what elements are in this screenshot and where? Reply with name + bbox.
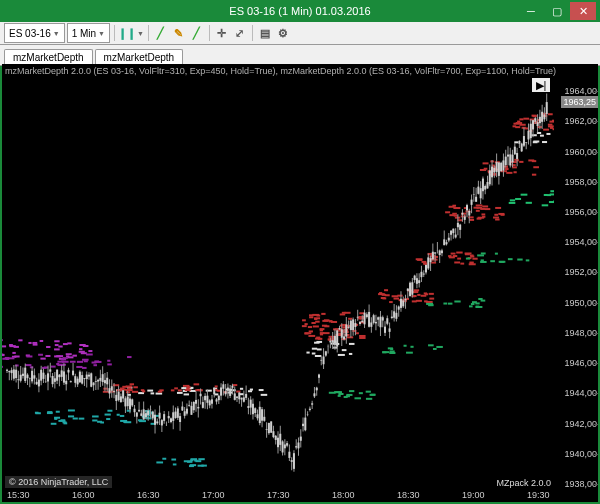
- svg-rect-410: [519, 161, 523, 163]
- main-toolbar: ES 03-16 ▼ 1 Min ▼ ❙❙ ▼ ╱ ✎ ╱ ✛ ⤢ ▤ ⚙: [0, 22, 600, 45]
- svg-rect-58: [26, 355, 32, 357]
- svg-rect-479: [476, 306, 480, 308]
- svg-rect-96: [68, 415, 74, 417]
- y-axis[interactable]: 1964,001962,001960,001958,001956,001954,…: [554, 76, 598, 484]
- svg-rect-64: [61, 358, 66, 360]
- svg-rect-167: [250, 389, 253, 391]
- y-tick-label: 1962,00: [557, 116, 597, 126]
- crosshair-icon[interactable]: ✛: [214, 25, 230, 41]
- svg-rect-190: [178, 389, 182, 391]
- draw-trend-icon[interactable]: ╱: [189, 25, 205, 41]
- svg-rect-25: [14, 355, 19, 357]
- svg-rect-101: [54, 417, 60, 419]
- svg-rect-305: [366, 391, 371, 393]
- svg-rect-328: [429, 298, 434, 300]
- svg-rect-480: [469, 305, 473, 307]
- svg-rect-117: [35, 412, 39, 414]
- svg-rect-278: [324, 325, 329, 327]
- svg-rect-493: [466, 258, 470, 260]
- x-tick-label: 19:00: [462, 490, 485, 500]
- svg-rect-86: [25, 364, 31, 366]
- svg-rect-313: [414, 289, 420, 291]
- svg-rect-120: [106, 418, 110, 420]
- svg-rect-508: [510, 199, 515, 201]
- svg-rect-52: [79, 351, 85, 353]
- svg-rect-49: [55, 344, 59, 346]
- svg-rect-297: [366, 398, 372, 400]
- draw-line-icon[interactable]: ╱: [153, 25, 169, 41]
- x-tick-label: 17:30: [267, 490, 290, 500]
- timeframe-value: 1 Min: [72, 28, 96, 39]
- svg-rect-371: [494, 214, 498, 216]
- svg-rect-306: [359, 392, 363, 394]
- svg-rect-125: [139, 420, 146, 422]
- svg-rect-236: [359, 337, 365, 339]
- svg-rect-53: [79, 344, 85, 346]
- svg-rect-350: [472, 258, 477, 260]
- svg-rect-132: [198, 458, 204, 460]
- zoom-icon[interactable]: ⤢: [232, 25, 248, 41]
- chevron-down-icon: ▼: [53, 30, 60, 37]
- svg-rect-495: [490, 260, 495, 262]
- svg-rect-50: [2, 339, 3, 341]
- chevron-down-icon[interactable]: ▼: [137, 30, 144, 37]
- tab-mzmarketdepth-2[interactable]: mzMarketDepth: [95, 49, 184, 65]
- svg-rect-78: [2, 358, 9, 360]
- y-tick-label: 1958,00: [557, 177, 597, 187]
- svg-rect-152: [177, 392, 183, 394]
- svg-rect-68: [15, 364, 19, 366]
- maximize-button[interactable]: ▢: [544, 2, 570, 20]
- svg-rect-425: [484, 168, 488, 170]
- window-title: ES 03-16 (1 Min) 01.03.2016: [0, 5, 600, 17]
- svg-rect-113: [117, 414, 120, 416]
- svg-rect-157: [156, 393, 163, 395]
- y-tick-label: 1948,00: [557, 328, 597, 338]
- svg-rect-156: [151, 392, 155, 394]
- tab-mzmarketdepth-1[interactable]: mzMarketDepth: [4, 49, 93, 65]
- svg-rect-138: [171, 459, 176, 461]
- svg-rect-197: [132, 391, 138, 393]
- svg-rect-73: [38, 354, 43, 356]
- chart-style-icon[interactable]: ❙❙: [119, 25, 135, 41]
- svg-rect-504: [521, 194, 528, 196]
- svg-rect-158: [261, 394, 268, 396]
- svg-rect-503: [509, 202, 516, 204]
- svg-rect-291: [312, 348, 317, 350]
- svg-rect-344: [456, 252, 462, 254]
- svg-rect-83: [60, 364, 66, 366]
- svg-rect-329: [416, 300, 422, 302]
- chart-panel[interactable]: mzMarketDepth 2.0.0 (ES 03-16, VolFltr=3…: [2, 64, 598, 502]
- svg-rect-97: [105, 414, 111, 416]
- svg-rect-474: [406, 352, 413, 354]
- instrument-selector[interactable]: ES 03-16 ▼: [4, 23, 65, 43]
- draw-pencil-icon[interactable]: ✎: [171, 25, 187, 41]
- timeframe-selector[interactable]: 1 Min ▼: [67, 23, 110, 43]
- data-icon[interactable]: ▤: [257, 25, 273, 41]
- minimize-button[interactable]: ─: [518, 2, 544, 20]
- svg-rect-293: [315, 355, 321, 357]
- svg-rect-71: [30, 366, 33, 368]
- svg-rect-307: [346, 394, 352, 396]
- svg-rect-417: [528, 159, 534, 161]
- svg-rect-515: [542, 204, 549, 206]
- svg-rect-42: [56, 355, 63, 357]
- y-tick-label: 1944,00: [557, 388, 597, 398]
- svg-rect-358: [453, 255, 457, 257]
- svg-rect-458: [516, 122, 522, 124]
- svg-rect-295: [338, 393, 343, 395]
- svg-rect-395: [477, 218, 482, 220]
- svg-rect-168: [138, 392, 144, 394]
- svg-rect-134: [195, 460, 201, 462]
- svg-rect-356: [423, 263, 427, 265]
- svg-rect-95: [68, 409, 75, 411]
- svg-rect-288: [317, 348, 322, 350]
- plot-area[interactable]: [2, 76, 554, 484]
- svg-rect-267: [309, 330, 313, 332]
- settings-icon[interactable]: ⚙: [275, 25, 291, 41]
- svg-rect-440: [548, 113, 553, 115]
- svg-rect-116: [51, 423, 57, 425]
- svg-rect-314: [417, 294, 420, 296]
- svg-rect-218: [359, 335, 365, 337]
- close-button[interactable]: ✕: [570, 2, 596, 20]
- tab-bar: mzMarketDepth mzMarketDepth: [0, 45, 600, 66]
